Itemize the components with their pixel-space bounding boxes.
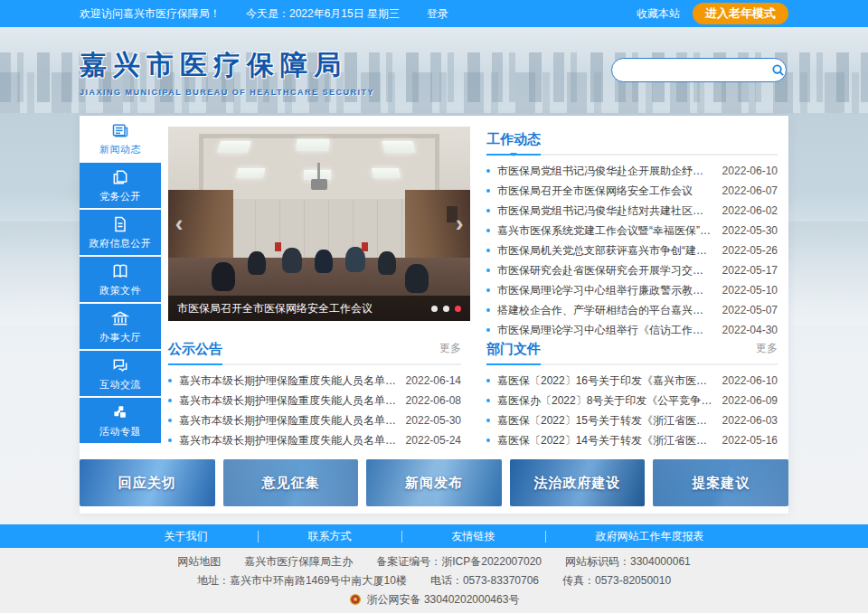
footer-nav-about[interactable]: 关于我们 (115, 529, 258, 544)
carousel-dot[interactable] (431, 306, 438, 312)
dept-docs-list: 嘉医保〔2022〕16号关于印发《嘉兴市医疗保... 2022-06-10 嘉医… (486, 371, 778, 450)
copy-document-icon (111, 168, 129, 186)
news-title: 市医保局党组书记冯俊华赴企开展助企纾困活动 (497, 164, 713, 179)
carousel-dot[interactable] (443, 306, 449, 312)
search-icon[interactable] (770, 63, 786, 77)
news-date: 2022-06-14 (406, 374, 461, 387)
news-date: 2022-05-30 (722, 224, 778, 237)
list-item[interactable]: 嘉医保〔2022〕15号关于转发《浙江省医疗保... 2022-06-03 (486, 410, 778, 430)
section-work-news: 工作动态 市医保局党组书记冯俊华赴企开展助企纾困活动 2022-06-10 市医… (486, 128, 778, 340)
news-title: 市医保局召开全市医保网络安全工作会议 (497, 184, 713, 199)
sponsor-text: 嘉兴市医疗保障局主办 (244, 554, 353, 570)
list-item[interactable]: 市医保局党组书记冯俊华赴企开展助企纾困活动 2022-06-10 (486, 161, 778, 181)
footer-line-2: 地址：嘉兴市中环南路1469号中南大厦10楼 电话：0573-83370706 … (197, 573, 671, 589)
today-date-text: 今天是：2022年6月15日 星期三 (246, 6, 400, 22)
news-title: 嘉医保〔2022〕14号关于转发《浙江省医疗保... (497, 433, 713, 448)
bullet-icon (486, 169, 490, 173)
bullet-icon (486, 229, 490, 232)
news-date: 2022-05-07 (722, 304, 778, 316)
news-carousel[interactable]: ‹ › 市医保局召开全市医保网络安全工作会议 (168, 127, 470, 321)
bullet-icon (486, 379, 490, 382)
puzzle-icon (111, 403, 129, 421)
carousel-caption[interactable]: 市医保局召开全市医保网络安全工作会议 (177, 301, 424, 316)
section-dept-docs: 部门文件 更多 嘉医保〔2022〕16号关于印发《嘉兴市医疗保... 2022-… (486, 338, 778, 450)
sidebar-item-special-topics[interactable]: 活动专题 (80, 398, 161, 443)
list-item[interactable]: 嘉医保办〔2022〕8号关于印发《公平竞争审查... 2022-06-09 (486, 391, 778, 410)
list-item[interactable]: 嘉兴市本级长期护理保险重度失能人员名单公示（2... 2022-06-14 (168, 371, 461, 391)
banner-news-release[interactable]: 新闻发布 (366, 459, 502, 506)
list-item[interactable]: 嘉医保〔2022〕14号关于转发《浙江省医疗保... 2022-05-16 (486, 430, 778, 450)
carousel-next-arrow[interactable]: › (450, 210, 468, 239)
banner-respond-concerns[interactable]: 回应关切 (80, 459, 215, 506)
bullet-icon (168, 399, 172, 402)
site-logo: 嘉兴市医疗保障局 JIAXING MUNICIPAL BUREAU OF HEA… (80, 47, 374, 97)
sidebar-item-label: 政府信息公开 (90, 237, 152, 250)
sidebar-item-label: 新闻动态 (99, 143, 141, 156)
footer-nav-links[interactable]: 友情链接 (402, 529, 545, 544)
bullet-icon (486, 419, 490, 422)
section-title-announcements[interactable]: 公示公告 (168, 341, 222, 365)
footer-nav-annual-report[interactable]: 政府网站工作年度报表 (546, 529, 754, 544)
list-item[interactable]: 市医保局召开全市医保网络安全工作会议 2022-06-07 (486, 181, 778, 201)
news-title: 市医保局党组书记冯俊华赴结对共建社区指导全国文... (497, 203, 713, 219)
favorite-site-link[interactable]: 收藏本站 (637, 6, 680, 22)
list-item[interactable]: 市医保局理论学习中心组举行《信访工作条例》专题... 2022-04-30 (486, 320, 778, 340)
bullet-icon (486, 249, 490, 252)
sidebar-item-service-hall[interactable]: 办事大厅 (80, 304, 161, 349)
sidebar-item-interaction[interactable]: 互动交流 (80, 351, 161, 396)
list-item[interactable]: 市医保局党组书记冯俊华赴结对共建社区指导全国文... 2022-06-02 (486, 201, 778, 221)
sitemap-link[interactable]: 网站地图 (177, 554, 221, 570)
section-title-work-news[interactable]: 工作动态 (486, 131, 541, 156)
search-input[interactable] (612, 64, 770, 77)
list-item[interactable]: 搭建校企合作、产学研相结合的平台嘉兴市长期护理... 2022-05-07 (486, 300, 778, 320)
sidebar-item-policy-files[interactable]: 政策文件 (80, 257, 161, 302)
bullet-icon (486, 288, 490, 292)
footer-nav: 关于我们 联系方式 友情链接 政府网站工作年度报表 (0, 524, 868, 548)
sidebar: 新闻动态 党务公开 政府信息公开 政策文件 (80, 116, 161, 445)
news-date: 2022-06-02 (722, 204, 778, 217)
news-title: 嘉医保〔2022〕15号关于转发《浙江省医疗保... (497, 413, 713, 429)
banner-label: 新闻发布 (405, 475, 463, 492)
sidebar-item-government-info[interactable]: 政府信息公开 (80, 210, 161, 255)
phone-text: 电话：0573-83370706 (430, 573, 539, 589)
banner-opinion-collection[interactable]: 意见征集 (223, 459, 359, 506)
list-item[interactable]: 嘉兴市医保系统党建工作会议暨“幸福医保”党建联... 2022-05-30 (486, 221, 778, 240)
sidebar-item-news[interactable]: 新闻动态 (80, 116, 161, 161)
more-link-dept-docs[interactable]: 更多 (756, 341, 778, 363)
list-item[interactable]: 市医保局理论学习中心组举行廉政警示教育专题学习... 2022-05-10 (486, 280, 778, 300)
list-item[interactable]: 嘉兴市本级长期护理保险重度失能人员名单公示（2... 2022-05-30 (168, 410, 461, 430)
list-item[interactable]: 市医保研究会赴省医保研究会开展学习交流活动 2022-05-17 (486, 260, 778, 280)
address-text: 地址：嘉兴市中环南路1469号中南大厦10楼 (197, 573, 407, 589)
elder-mode-button[interactable]: 进入老年模式 (693, 3, 788, 24)
list-item[interactable]: 嘉兴市本级长期护理保险重度失能人员名单公示（2... 2022-05-24 (168, 430, 461, 450)
news-date: 2022-05-30 (406, 414, 461, 427)
carousel-dots (431, 306, 461, 312)
carousel-prev-arrow[interactable]: ‹ (170, 210, 188, 239)
main-content: 新闻动态 党务公开 政府信息公开 政策文件 (80, 116, 788, 514)
news-date: 2022-06-07 (722, 184, 778, 197)
sidebar-item-label: 活动专题 (99, 425, 141, 439)
news-date: 2022-06-08 (406, 394, 461, 407)
list-item[interactable]: 市医保局机关党总支部获评嘉兴市争创“建设清廉机... 2022-05-26 (486, 240, 778, 260)
security-record-text[interactable]: 浙公网安备 33040202000463号 (367, 592, 520, 608)
list-item[interactable]: 嘉兴市本级长期护理保险重度失能人员名单公示（2... 2022-06-08 (168, 391, 461, 410)
bullet-icon (168, 419, 172, 422)
carousel-dot-active[interactable] (455, 306, 461, 312)
more-link-announcements[interactable]: 更多 (439, 341, 461, 363)
quick-link-banners: 回应关切 意见征集 新闻发布 法治政府建设 提案建议 (80, 459, 788, 506)
site-code-text: 网站标识码：3304000061 (565, 554, 691, 570)
sidebar-item-party-affairs[interactable]: 党务公开 (80, 163, 161, 208)
news-date: 2022-05-24 (406, 434, 461, 447)
bullet-icon (168, 379, 172, 382)
page: 欢迎访问嘉兴市医疗保障局！ 今天是：2022年6月15日 星期三 登录 收藏本站… (0, 0, 868, 613)
section-announcements: 公示公告 更多 嘉兴市本级长期护理保险重度失能人员名单公示（2... 2022-… (168, 338, 461, 450)
news-title: 嘉兴市医保系统党建工作会议暨“幸福医保”党建联... (497, 223, 713, 239)
list-item[interactable]: 嘉医保〔2022〕16号关于印发《嘉兴市医疗保... 2022-06-10 (486, 371, 778, 391)
login-link[interactable]: 登录 (427, 6, 448, 22)
banner-law-government[interactable]: 法治政府建设 (510, 459, 646, 506)
footer-nav-contact[interactable]: 联系方式 (259, 529, 401, 544)
section-title-dept-docs[interactable]: 部门文件 (486, 341, 541, 365)
site-title: 嘉兴市医疗保障局 (80, 47, 374, 84)
document-icon (111, 215, 129, 233)
banner-proposal-suggestions[interactable]: 提案建议 (653, 459, 788, 506)
